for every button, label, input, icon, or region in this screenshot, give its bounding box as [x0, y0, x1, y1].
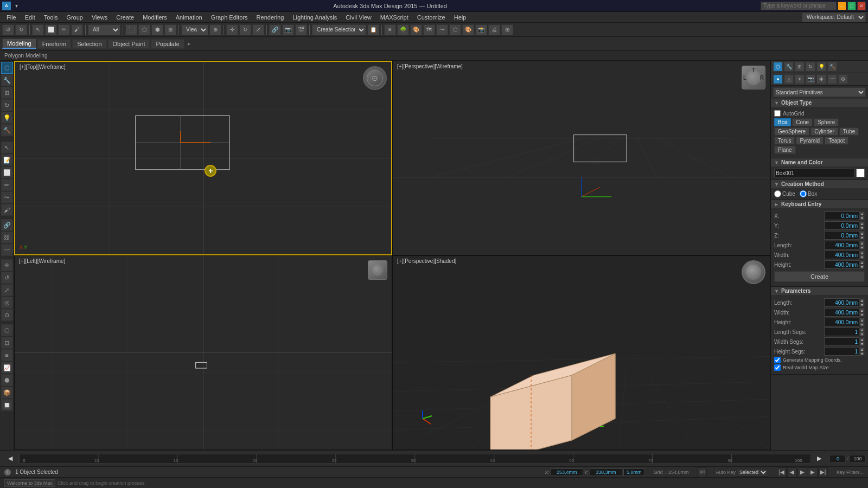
- xref-scenes-tool[interactable]: 📦: [1, 387, 13, 399]
- creation-method-header[interactable]: ▼ Creation Method: [771, 180, 868, 188]
- mirror-tool[interactable]: ⬡: [1, 324, 13, 336]
- param-width-input[interactable]: [824, 308, 859, 317]
- btn-teapot[interactable]: Teapot: [825, 137, 848, 145]
- play-btn[interactable]: ▶: [797, 467, 807, 477]
- timeline-scroll-left[interactable]: ◀: [2, 455, 18, 462]
- btn-geosphere[interactable]: GeoSphere: [774, 127, 809, 136]
- array-btn[interactable]: ⬢: [151, 24, 163, 35]
- viewport-perspective-wire[interactable]: [+][Perspective][Wireframe]: [392, 61, 770, 255]
- panel-helpers-btn[interactable]: ✚: [816, 74, 826, 84]
- menu-edit[interactable]: Edit: [21, 14, 40, 21]
- param-wsegs-up[interactable]: ▲: [859, 337, 865, 342]
- workspace-dropdown[interactable]: Workspace: Default: [802, 12, 866, 22]
- btn-cylinder[interactable]: Cylinder: [810, 127, 838, 136]
- tab-freeform[interactable]: Freeform: [37, 39, 72, 49]
- select-region-btn[interactable]: ⬜: [45, 24, 57, 35]
- go-start-btn[interactable]: |◀: [777, 467, 787, 477]
- select-name-tool[interactable]: 📝: [1, 154, 13, 166]
- link-tool[interactable]: 🔗: [1, 219, 13, 231]
- menu-create[interactable]: Create: [112, 14, 138, 21]
- btn-cone[interactable]: Cone: [792, 118, 813, 126]
- lasso-select-tool[interactable]: 〜: [1, 191, 13, 203]
- rotate-btn[interactable]: ↻: [239, 24, 251, 35]
- param-width-up[interactable]: ▲: [859, 308, 865, 312]
- select-manip-tool[interactable]: ⊙: [1, 309, 13, 321]
- create-tool[interactable]: ⬡: [1, 62, 13, 74]
- x-coord-input[interactable]: [551, 468, 583, 476]
- lasso-btn[interactable]: ✏: [58, 24, 70, 35]
- timeline-scroll-right[interactable]: ▶: [811, 455, 827, 462]
- ke-z-input[interactable]: [824, 231, 859, 240]
- ke-length-input[interactable]: [824, 241, 859, 249]
- menu-customize[interactable]: Customize: [413, 14, 450, 21]
- param-lsegs-up[interactable]: ▲: [859, 328, 865, 332]
- menu-graph-editors[interactable]: Graph Editors: [207, 14, 252, 21]
- vp-persp-wire-nav[interactable]: T L R: [742, 66, 765, 89]
- layer-tool[interactable]: ≡: [1, 349, 13, 361]
- param-hsegs-up[interactable]: ▲: [859, 347, 865, 351]
- btn-torus[interactable]: Torus: [774, 137, 795, 145]
- viewport-left[interactable]: [+][Left][Wireframe]: [14, 255, 392, 450]
- param-length-up[interactable]: ▲: [859, 298, 865, 303]
- schematic-view-tool[interactable]: ⬢: [1, 374, 13, 386]
- close-button[interactable]: ✕: [857, 2, 866, 10]
- parameters-header[interactable]: ▼ Parameters: [771, 287, 868, 295]
- named-sel-btn[interactable]: 📋: [367, 24, 379, 35]
- param-height-input[interactable]: [824, 318, 859, 326]
- ke-x-input[interactable]: [824, 211, 859, 220]
- btn-pyramid[interactable]: Pyramid: [796, 137, 824, 145]
- viewport-top[interactable]: [+][Top][Wireframe]: [14, 61, 392, 255]
- select-btn[interactable]: ↖: [32, 24, 44, 35]
- ke-x-up[interactable]: ▲: [859, 211, 865, 216]
- rotate-tool[interactable]: ↺: [1, 272, 13, 284]
- param-hsegs-input[interactable]: [824, 347, 859, 356]
- reference-coord[interactable]: View: [181, 24, 208, 35]
- search-input[interactable]: [761, 2, 837, 10]
- modify-tool[interactable]: 🔧: [1, 74, 13, 86]
- vp-persp-nav[interactable]: [742, 260, 765, 284]
- param-hsegs-down[interactable]: ▼: [859, 351, 865, 356]
- tab-populate[interactable]: Populate: [151, 39, 184, 49]
- hierarchy-tool[interactable]: ⊞: [1, 87, 13, 99]
- menu-maxscript[interactable]: MAXScript: [376, 14, 413, 21]
- gen-mapping-checkbox[interactable]: [774, 357, 781, 363]
- ke-length-up[interactable]: ▲: [859, 241, 865, 245]
- keyboard-entry-header[interactable]: ► Keyboard Entry: [771, 200, 868, 208]
- redo-btn[interactable]: ↻: [15, 24, 27, 35]
- panel-systems-btn[interactable]: ⚙: [838, 74, 848, 84]
- panel-shapes-btn[interactable]: △: [784, 74, 794, 84]
- select-object-tool[interactable]: ↖: [1, 142, 13, 153]
- use-center-btn[interactable]: ⊕: [209, 24, 221, 35]
- ke-y-input[interactable]: [824, 221, 859, 230]
- menu-help[interactable]: Help: [450, 14, 471, 21]
- title-menu-btn[interactable]: ▾: [13, 1, 20, 11]
- quick-align-btn[interactable]: ⊞: [164, 24, 176, 35]
- curve-editor-tool[interactable]: 📈: [1, 362, 13, 374]
- menu-views[interactable]: Views: [87, 14, 112, 21]
- param-height-down[interactable]: ▼: [859, 322, 865, 326]
- y-coord-input[interactable]: [590, 468, 622, 476]
- scale-btn[interactable]: ⤢: [252, 24, 264, 35]
- param-wsegs-down[interactable]: ▼: [859, 342, 865, 346]
- current-frame-input[interactable]: [829, 455, 846, 463]
- hierarchy-panel-btn[interactable]: ⊞: [795, 62, 805, 72]
- panel-spacewarps-btn[interactable]: 〰: [827, 74, 837, 84]
- select-all-btn[interactable]: ⬛: [125, 24, 137, 35]
- selection-filter[interactable]: All: [88, 24, 120, 35]
- ke-y-down[interactable]: ▼: [859, 226, 865, 230]
- vp-left-nav[interactable]: [368, 260, 387, 280]
- layer-mgr-btn[interactable]: ≡: [384, 24, 396, 35]
- motion-panel-btn[interactable]: ↻: [806, 62, 815, 72]
- param-length-input[interactable]: [824, 298, 859, 307]
- fence-select-tool[interactable]: ✏: [1, 179, 13, 191]
- panel-geo-btn[interactable]: ●: [773, 74, 783, 84]
- tab-modeling[interactable]: Modeling: [2, 38, 36, 49]
- next-frame-btn[interactable]: ▶: [808, 467, 818, 477]
- panel-cameras-btn[interactable]: 📷: [806, 74, 815, 84]
- toggle-btn[interactable]: ⊞: [501, 24, 513, 35]
- tab-object-paint[interactable]: Object Paint: [108, 39, 150, 49]
- btn-tube[interactable]: Tube: [839, 127, 859, 136]
- tab-more[interactable]: ▸: [188, 41, 190, 47]
- menu-tools[interactable]: Tools: [40, 14, 62, 21]
- create-panel-btn[interactable]: ⬡: [773, 62, 783, 72]
